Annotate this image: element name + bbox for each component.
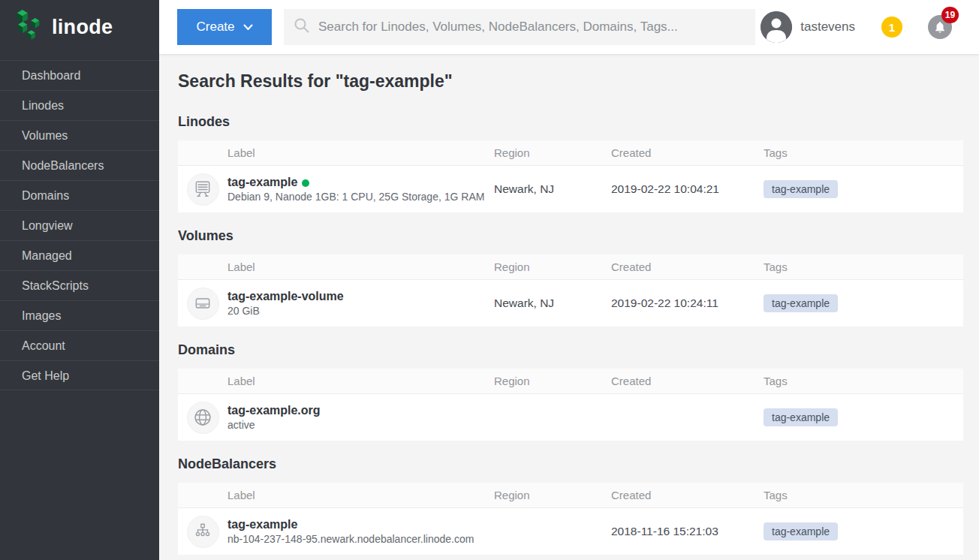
row-label[interactable]: tag-example — [227, 176, 297, 188]
sidebar-item-volumes[interactable]: Volumes — [0, 120, 159, 150]
section-title-nodebalancers: NodeBalancers — [178, 456, 963, 472]
tag-chip[interactable]: tag-example — [764, 294, 838, 312]
status-running-dot — [302, 179, 309, 187]
table-row-volume[interactable]: tag-example-volume 20 GiB Newark, NJ 201… — [178, 280, 963, 327]
sidebar-item-nodebalancers[interactable]: NodeBalancers — [0, 150, 159, 180]
sidebar-item-domains[interactable]: Domains — [0, 180, 159, 210]
row-label[interactable]: tag-example.org — [227, 404, 321, 417]
main-content: Search Results for "tag-example" Linodes… — [159, 54, 979, 560]
tag-chip[interactable]: tag-example — [764, 408, 838, 426]
tag-chip[interactable]: tag-example — [764, 522, 838, 540]
col-label: Label — [227, 260, 494, 273]
sidebar-item-dashboard[interactable]: Dashboard — [0, 60, 159, 90]
volume-icon — [187, 288, 219, 320]
row-sublabel: nb-104-237-148-95.newark.nodebalancer.li… — [227, 533, 494, 546]
col-tags: Tags — [764, 260, 963, 273]
row-created: 2019-02-22 10:04:21 — [611, 182, 764, 196]
row-region: Newark, NJ — [494, 297, 611, 310]
table-row-nodebalancer[interactable]: tag-example nb-104-237-148-95.newark.nod… — [178, 508, 963, 555]
sidebar: linode Dashboard Linodes Volumes NodeBal… — [0, 0, 159, 560]
notification-count: 19 — [945, 10, 955, 20]
col-tags: Tags — [764, 375, 963, 387]
sidebar-item-longview[interactable]: Longview — [0, 210, 159, 240]
col-created: Created — [611, 146, 764, 159]
row-label[interactable]: tag-example-volume — [227, 290, 344, 303]
col-tags: Tags — [764, 146, 963, 159]
avatar[interactable] — [761, 11, 792, 43]
nodebalancer-icon — [187, 516, 219, 548]
linodes-table: Label Region Created Tags — [178, 140, 963, 212]
col-region: Region — [494, 489, 611, 501]
sidebar-item-images[interactable]: Images — [0, 300, 159, 330]
col-label: Label — [227, 489, 494, 501]
domains-table: Label Region Created Tags tag-example.or… — [178, 369, 963, 441]
row-sublabel: 20 GiB — [227, 305, 494, 318]
account-badge[interactable]: 1 — [881, 17, 902, 38]
row-sublabel: active — [227, 419, 494, 432]
sidebar-item-stackscripts[interactable]: StackScripts — [0, 270, 159, 300]
nodebalancers-table: Label Region Created Tags — [178, 483, 963, 555]
section-title-linodes: Linodes — [178, 113, 963, 130]
col-region: Region — [494, 146, 611, 159]
col-created: Created — [611, 375, 764, 387]
search-box[interactable] — [284, 9, 755, 45]
col-region: Region — [494, 260, 611, 273]
table-row-domain[interactable]: tag-example.org active tag-example — [178, 394, 963, 441]
col-tags: Tags — [764, 489, 963, 501]
tag-chip[interactable]: tag-example — [764, 180, 838, 198]
col-label: Label — [227, 146, 494, 159]
section-title-domains: Domains — [178, 342, 963, 358]
page-title: Search Results for "tag-example" — [178, 71, 963, 92]
sidebar-item-account[interactable]: Account — [0, 330, 159, 360]
logo-text: linode — [52, 16, 113, 39]
notifications-button[interactable]: 19 — [928, 15, 952, 39]
linode-logo[interactable]: linode — [0, 0, 159, 54]
linode-cube-icon — [15, 10, 45, 44]
linode-icon — [187, 173, 219, 206]
sidebar-nav: Dashboard Linodes Volumes NodeBalancers … — [0, 60, 159, 390]
volumes-table: Label Region Created Tags tag-example-vo… — [178, 254, 963, 327]
chevron-down-icon — [243, 20, 253, 35]
row-created: 2018-11-16 15:21:03 — [611, 525, 764, 538]
col-region: Region — [494, 375, 611, 387]
search-icon — [293, 17, 311, 38]
row-label[interactable]: tag-example — [227, 518, 297, 531]
notification-badge: 19 — [941, 7, 959, 23]
sidebar-item-get-help[interactable]: Get Help — [0, 360, 159, 390]
account-badge-count: 1 — [889, 21, 895, 34]
sidebar-item-linodes[interactable]: Linodes — [0, 90, 159, 120]
topbar: Create tastevens 1 — [159, 0, 979, 54]
search-input[interactable] — [311, 9, 755, 45]
table-header: Label Region Created Tags — [178, 254, 963, 280]
create-button-label: Create — [196, 20, 234, 35]
table-row-linode[interactable]: tag-example Debian 9, Nanode 1GB: 1 CPU,… — [178, 166, 963, 212]
row-region: Newark, NJ — [494, 182, 611, 196]
row-created: 2019-02-22 10:24:11 — [611, 297, 764, 310]
globe-icon — [187, 402, 219, 434]
section-title-volumes: Volumes — [178, 227, 963, 244]
user-area: tastevens 1 19 — [761, 11, 979, 43]
table-header: Label Region Created Tags — [178, 369, 963, 394]
username[interactable]: tastevens — [800, 20, 855, 35]
table-header: Label Region Created Tags — [178, 483, 963, 508]
col-created: Created — [611, 489, 764, 501]
col-created: Created — [611, 260, 764, 273]
create-button[interactable]: Create — [177, 9, 272, 45]
row-sublabel: Debian 9, Nanode 1GB: 1 CPU, 25G Storage… — [227, 191, 494, 204]
col-label: Label — [227, 375, 494, 387]
table-header: Label Region Created Tags — [178, 140, 963, 166]
sidebar-item-managed[interactable]: Managed — [0, 240, 159, 270]
